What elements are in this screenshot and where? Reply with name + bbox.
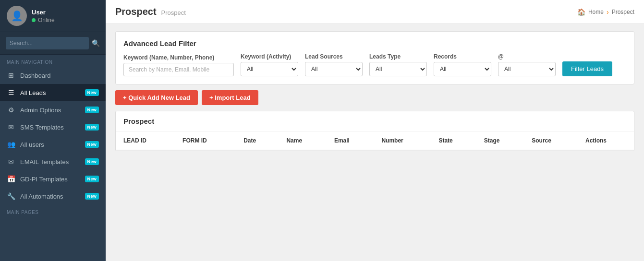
admin-icon: ⚙ xyxy=(7,106,15,114)
new-badge: New xyxy=(85,89,99,96)
dashboard-icon: ⊞ xyxy=(7,71,15,79)
leads-type-label: Leads Type xyxy=(369,53,427,60)
keyword-name-label: Keyword (Name, Number, Phone) xyxy=(123,54,234,61)
search-input[interactable] xyxy=(6,37,89,49)
breadcrumb-current: Prospect xyxy=(612,9,634,15)
action-row: + Quick Add New Lead + Import Lead xyxy=(115,90,634,105)
table-section-title: Prospect xyxy=(116,111,634,131)
new-badge: New xyxy=(85,193,99,200)
page-subtitle: Prospect xyxy=(161,9,186,16)
table-card: Prospect LEAD ID FORM ID Date Name Email… xyxy=(115,111,634,151)
sidebar-item-label: EMAIL Templates xyxy=(20,158,80,166)
sidebar-item-admin-options[interactable]: ⚙ Admin Options New xyxy=(0,101,106,119)
breadcrumb-home[interactable]: Home xyxy=(588,9,604,15)
sidebar-item-dashboard[interactable]: ⊞ Dashboard xyxy=(0,67,106,84)
online-dot-icon xyxy=(32,18,36,22)
records-label: Records xyxy=(434,53,491,60)
keyword-activity-label: Keyword (Activity) xyxy=(241,53,298,60)
col-date: Date xyxy=(236,131,279,150)
keyword-name-input[interactable] xyxy=(123,63,234,76)
leads-type-group: Leads Type All Option 1 Option 2 xyxy=(369,53,427,76)
col-form-id: FORM ID xyxy=(175,131,236,150)
col-email: Email xyxy=(327,131,374,150)
search-icon[interactable]: 🔍 xyxy=(92,39,100,47)
filter-row: Keyword (Name, Number, Phone) Keyword (A… xyxy=(123,53,626,76)
gdpi-icon: 📅 xyxy=(7,175,15,183)
page-title: Prospect xyxy=(115,6,157,17)
profile-section: 👤 User Online xyxy=(0,0,106,32)
records-select[interactable]: All 10 25 50 xyxy=(434,62,491,76)
lead-sources-label: Lead Sources xyxy=(305,53,363,60)
new-badge: New xyxy=(85,141,99,148)
col-number: Number xyxy=(374,131,431,150)
col-source: Source xyxy=(524,131,578,150)
leads-type-select[interactable]: All Option 1 Option 2 xyxy=(369,62,427,76)
topbar: Prospect Prospect 🏠 Home › Prospect xyxy=(106,0,644,24)
sidebar: 👤 User Online 🔍 MAIN NAVIGATION ⊞ Dashbo… xyxy=(0,0,106,261)
filter-leads-button[interactable]: Filter Leads xyxy=(562,61,612,76)
sidebar-item-label: SMS Templates xyxy=(20,124,80,131)
new-badge: New xyxy=(85,107,99,113)
content-area: Advanced Lead Filter Keyword (Name, Numb… xyxy=(106,24,644,261)
keyword-name-group: Keyword (Name, Number, Phone) xyxy=(123,54,234,76)
col-state: State xyxy=(431,131,476,150)
lead-sources-group: Lead Sources All Option 1 Option 2 xyxy=(305,53,363,76)
new-badge: New xyxy=(85,158,99,165)
new-badge: New xyxy=(85,124,99,130)
sidebar-item-sms-templates[interactable]: ✉ SMS Templates New xyxy=(0,119,106,136)
sidebar-item-label: Dashboard xyxy=(20,72,99,79)
new-badge: New xyxy=(85,176,99,182)
import-lead-button[interactable]: + Import Lead xyxy=(202,90,258,105)
search-box: 🔍 xyxy=(0,32,106,55)
sidebar-item-label: All Automations xyxy=(20,193,80,200)
email-icon: ✉ xyxy=(7,158,15,166)
sidebar-item-label: Admin Options xyxy=(20,107,80,114)
leads-table: LEAD ID FORM ID Date Name Email Number S… xyxy=(116,131,634,151)
sidebar-item-label: All Leads xyxy=(20,89,80,96)
at-group: @ All xyxy=(498,53,556,76)
users-icon: 👥 xyxy=(7,141,15,148)
sms-icon: ✉ xyxy=(7,123,15,131)
main-nav-label: MAIN NAVIGATION xyxy=(0,55,106,67)
filter-button-container: Filter Leads xyxy=(562,61,612,76)
table-header: LEAD ID FORM ID Date Name Email Number S… xyxy=(116,131,634,150)
breadcrumb-separator: › xyxy=(607,8,609,16)
profile-name: User xyxy=(32,9,55,16)
breadcrumb: 🏠 Home › Prospect xyxy=(577,8,634,16)
col-stage: Stage xyxy=(476,131,524,150)
main-navigation: ⊞ Dashboard ☰ All Leads New ⚙ Admin Opti… xyxy=(0,67,106,205)
records-group: Records All 10 25 50 xyxy=(434,53,491,76)
sidebar-item-email-templates[interactable]: ✉ EMAIL Templates New xyxy=(0,153,106,170)
sidebar-item-all-automations[interactable]: 🔧 All Automations New xyxy=(0,188,106,205)
lead-sources-select[interactable]: All Option 1 Option 2 xyxy=(305,62,363,76)
keyword-activity-group: Keyword (Activity) All Option 1 Option 2 xyxy=(241,53,298,76)
sidebar-item-all-leads[interactable]: ☰ All Leads New xyxy=(0,84,106,101)
avatar: 👤 xyxy=(7,6,27,26)
all-leads-icon: ☰ xyxy=(7,89,15,96)
sidebar-item-gd-pi-templates[interactable]: 📅 GD-PI Templates New xyxy=(0,170,106,188)
sidebar-item-label: GD-PI Templates xyxy=(20,176,80,183)
online-status: Online xyxy=(32,17,55,24)
main-pages-label: MAIN Pages xyxy=(0,205,106,217)
col-name: Name xyxy=(279,131,327,150)
sidebar-item-all-users[interactable]: 👥 All users New xyxy=(0,136,106,153)
main-content: Prospect Prospect 🏠 Home › Prospect Adva… xyxy=(106,0,644,261)
col-lead-id: LEAD ID xyxy=(116,131,175,150)
filter-title: Advanced Lead Filter xyxy=(123,39,626,47)
home-icon: 🏠 xyxy=(577,8,585,16)
at-select[interactable]: All xyxy=(498,62,556,76)
at-label: @ xyxy=(498,53,556,60)
filter-card: Advanced Lead Filter Keyword (Name, Numb… xyxy=(115,31,634,84)
keyword-activity-select[interactable]: All Option 1 Option 2 xyxy=(241,62,298,76)
status-text: Online xyxy=(38,17,55,24)
automations-icon: 🔧 xyxy=(7,192,15,200)
sidebar-item-label: All users xyxy=(20,141,80,148)
col-actions: Actions xyxy=(578,131,634,150)
quick-add-button[interactable]: + Quick Add New Lead xyxy=(115,90,198,105)
